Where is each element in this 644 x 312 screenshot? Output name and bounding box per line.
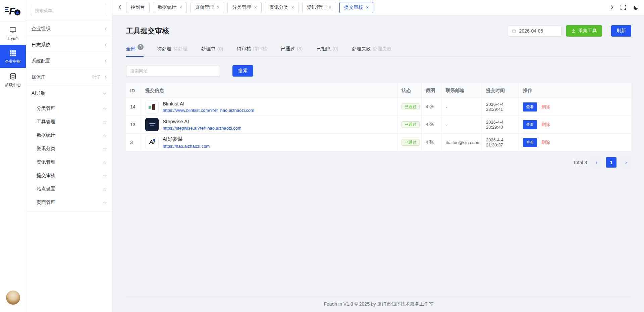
cell-id: 14 (126, 98, 141, 116)
rail-item-enterprise-hub[interactable]: 企业中枢 (0, 45, 26, 68)
col-header-time: 提交时间 (482, 83, 519, 98)
status-badge: 已通过 (401, 103, 420, 110)
star-icon[interactable]: ☆ (103, 133, 107, 138)
close-icon[interactable]: × (291, 5, 294, 10)
rail-item-workbench[interactable]: 工作台 (0, 21, 26, 45)
col-header-id: ID (126, 83, 141, 98)
close-icon[interactable]: × (254, 5, 257, 10)
view-button[interactable]: 查看 (523, 138, 537, 147)
star-icon[interactable]: ☆ (103, 187, 107, 192)
page-tabbar: 控制台 数据统计 × 页面管理 × 分类管理 × 资讯分类 × (112, 0, 644, 15)
collect-tools-button[interactable]: 采集工具 (566, 25, 602, 37)
status-tab-label: 处理中 (201, 46, 215, 52)
menu-item-system-config[interactable]: 系统配置 (26, 53, 112, 69)
cell-email: - (442, 98, 482, 116)
star-icon[interactable]: ☆ (103, 120, 107, 125)
fullscreen-icon[interactable] (621, 5, 626, 10)
tab-label: 控制台 (131, 4, 145, 10)
tool-name: Blinkist AI (163, 101, 254, 106)
star-icon[interactable]: ☆ (103, 200, 107, 205)
tool-thumbnail (145, 118, 159, 131)
close-icon[interactable]: × (366, 5, 369, 10)
submenu-item-news-mgmt[interactable]: 资讯管理 ☆ (26, 155, 112, 169)
submenu-item-news-category[interactable]: 资讯分类 ☆ (26, 142, 112, 155)
tabs-scroll-right-icon[interactable] (610, 5, 613, 10)
page-title: 工具提交审核 (126, 26, 169, 36)
star-icon[interactable]: ☆ (103, 106, 107, 111)
url-search-input[interactable] (126, 65, 220, 77)
status-tab-all[interactable]: 全部 3 (126, 46, 144, 56)
submenu-item-submission-review[interactable]: 提交审核 ☆ (26, 169, 112, 182)
tool-url-link[interactable]: https://hao.aizhaozi.com (163, 144, 210, 149)
tab-page-mgmt[interactable]: 页面管理 × (190, 2, 224, 13)
next-page-icon[interactable]: › (621, 157, 631, 168)
menu-search-input[interactable] (31, 5, 107, 16)
search-button-label: 搜索 (238, 68, 248, 74)
tool-url-link[interactable]: https://www.blinkist.com/?ref=hao.aizhao… (163, 108, 254, 113)
status-tab-processing[interactable]: 处理中 (0) (201, 46, 223, 56)
cell-actions: 查看 删除 (519, 98, 631, 116)
rail-item-label: 企业中枢 (5, 59, 21, 63)
rail-item-super-center[interactable]: 超级中心 (0, 68, 26, 91)
tab-label: 数据统计 (158, 4, 176, 10)
delete-link[interactable]: 删除 (541, 139, 550, 145)
status-tab-suffix: 处理失败 (373, 46, 391, 52)
menu-item-org[interactable]: 企业组织 (26, 20, 112, 37)
tab-data-stats[interactable]: 数据统计 × (153, 2, 187, 13)
page-number-current[interactable]: 1 (606, 157, 616, 168)
tab-category-mgmt[interactable]: 分类管理 × (227, 2, 261, 13)
tab-label: 资讯管理 (307, 4, 326, 10)
tab-submission-review[interactable]: 提交审核 × (339, 2, 373, 13)
table-row: 13 Stepwise AI https://stepwise.ai?ref=h… (126, 116, 631, 134)
status-tab-rejected[interactable]: 已拒绝 (0) (316, 46, 338, 56)
submenu-item-category-mgmt[interactable]: 分类管理 ☆ (26, 102, 112, 115)
star-icon[interactable]: ☆ (103, 160, 107, 165)
menu-item-label: 企业组织 (32, 26, 104, 32)
tabs-scroll-left-icon[interactable] (115, 5, 125, 10)
date-input[interactable] (519, 28, 557, 34)
view-button[interactable]: 查看 (523, 102, 537, 112)
tab-news-category[interactable]: 资讯分类 × (265, 2, 299, 13)
submenu-item-label: 提交审核 (37, 173, 103, 179)
delete-link[interactable]: 删除 (541, 122, 550, 128)
star-icon[interactable]: ☆ (103, 146, 107, 151)
submenu-item-label: 站点设置 (37, 186, 103, 192)
submenu-item-label: 工具管理 (37, 119, 103, 125)
table-row: 3 Ai AI好参谋 https://hao.aizhaozi.com 已通过 (126, 134, 631, 151)
menu-item-label: 日志系统 (32, 42, 104, 48)
close-icon[interactable]: × (217, 5, 219, 10)
menu-item-ai-nav[interactable]: AI导航 (26, 85, 112, 101)
dark-mode-moon-icon[interactable] (633, 5, 639, 10)
user-avatar[interactable] (6, 291, 20, 305)
tab-label: 提交审核 (344, 4, 363, 10)
refresh-button[interactable]: 刷新 (611, 25, 631, 37)
delete-link[interactable]: 删除 (541, 104, 550, 110)
submenu-item-page-mgmt[interactable]: 页面管理 ☆ (26, 196, 112, 209)
status-tab-failed[interactable]: 处理失败 处理失败 (352, 46, 391, 56)
status-tab-label: 待处理 (157, 46, 171, 52)
submenu-item-site-settings[interactable]: 站点设置 ☆ (26, 182, 112, 196)
database-icon (9, 73, 17, 80)
view-button[interactable]: 查看 (523, 120, 537, 129)
star-icon[interactable]: ☆ (103, 173, 107, 178)
status-tab-approved[interactable]: 已通过 (3) (281, 46, 303, 56)
tool-url-link[interactable]: https://stepwise.ai?ref=hao.aizhaozi.com (163, 126, 241, 131)
close-icon[interactable]: × (329, 5, 331, 10)
search-button[interactable]: 搜索 (232, 65, 253, 77)
tab-news-mgmt[interactable]: 资讯管理 × (302, 2, 336, 13)
status-tab-awaiting-review[interactable]: 待审核 待审核 (237, 46, 267, 56)
header-controls: 采集工具 刷新 (508, 25, 631, 37)
submenu-item-tool-mgmt[interactable]: 工具管理 ☆ (26, 115, 112, 129)
tab-console[interactable]: 控制台 (126, 2, 150, 13)
submenu-item-label: 数据统计 (37, 132, 103, 138)
close-icon[interactable]: × (179, 5, 182, 10)
date-picker[interactable] (508, 25, 561, 37)
menu-item-media-library[interactable]: 媒体库 叶子 (26, 69, 112, 85)
tool-thumbnail (145, 100, 159, 114)
menu-item-logs[interactable]: 日志系统 (26, 37, 112, 53)
table-header-row: ID 提交信息 状态 截图 联系邮箱 提交时间 操作 (126, 83, 631, 98)
status-tab-pending[interactable]: 待处理 待处理 (157, 46, 187, 56)
page-header: 工具提交审核 采集工具 (126, 25, 631, 37)
submenu-item-data-stats[interactable]: 数据统计 ☆ (26, 129, 112, 142)
prev-page-icon[interactable]: ‹ (591, 157, 602, 168)
